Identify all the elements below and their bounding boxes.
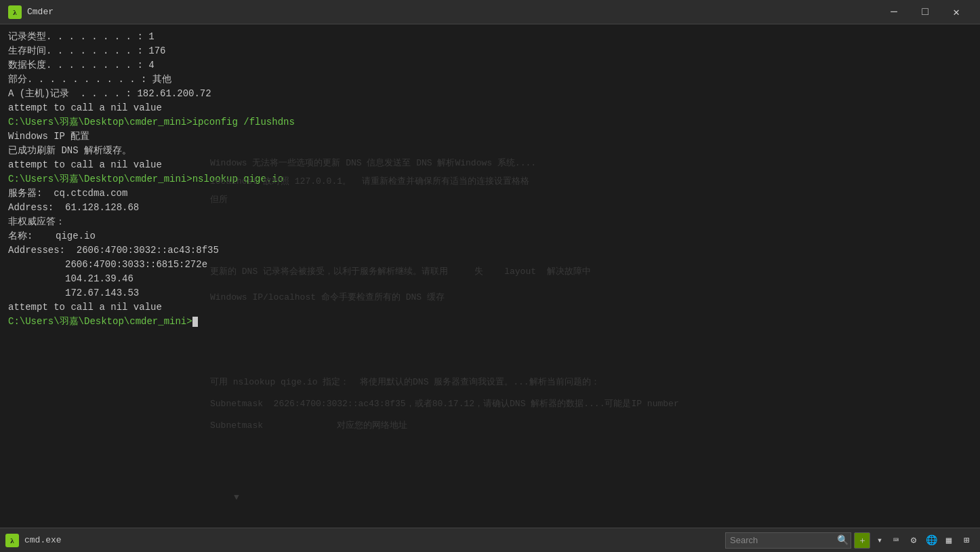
statusbar-label: cmd.exe bbox=[24, 535, 725, 545]
terminal-line: 172.67.143.53 bbox=[8, 286, 972, 300]
terminal-line: Addresses: 2606:4700:3032::ac43:8f35 bbox=[8, 243, 972, 258]
bg-text-8: Subnetmask 对应您的网络地址 bbox=[210, 419, 407, 433]
terminal-line: C:\Users\羽嘉\Desktop\cmder_mini>ipconfig … bbox=[8, 115, 972, 130]
terminal-line: 服务器: cq.ctcdma.com bbox=[8, 186, 972, 201]
terminal-line: 非权威应答： bbox=[8, 215, 972, 229]
cursor-blink bbox=[192, 317, 198, 327]
terminal-line: 2606:4700:3033::6815:272e bbox=[8, 258, 972, 272]
terminal-line: 104.21.39.46 bbox=[8, 272, 972, 286]
terminal-area: Windows 无法将一些选项的更新 DNS 信息发送至 DNS 解析Windo… bbox=[0, 24, 980, 528]
keyboard-icon[interactable]: ⌨ bbox=[888, 532, 904, 549]
terminal-line: attempt to call a nil value bbox=[8, 158, 972, 172]
statusbar: λ cmd.exe 🔍 ＋ ▾ ⌨ ⚙ 🌐 ▦ ⊞ bbox=[0, 528, 980, 552]
statusbar-right-icons: ⌨ ⚙ 🌐 ▦ ⊞ bbox=[888, 532, 975, 549]
search-box[interactable]: 🔍 bbox=[725, 532, 851, 549]
terminal-line: Address: 61.128.128.68 bbox=[8, 201, 972, 215]
terminal-lines: 记录类型. . . . . . . . : 1生存时间. . . . . . .… bbox=[8, 30, 972, 329]
expand-icon[interactable]: ⊞ bbox=[958, 532, 975, 549]
titlebar: λ Cmder ─ □ ✕ bbox=[0, 0, 980, 24]
minimize-button[interactable]: ─ bbox=[878, 0, 910, 24]
terminal-line: attempt to call a nil value bbox=[8, 300, 972, 315]
terminal-line: 生存时间. . . . . . . . : 176 bbox=[8, 44, 972, 58]
statusbar-lambda: λ bbox=[10, 536, 14, 545]
terminal-line: 已成功刷新 DNS 解析缓存。 bbox=[8, 144, 972, 158]
terminal-line: 名称: qige.io bbox=[8, 229, 972, 243]
terminal-line: attempt to call a nil value bbox=[8, 101, 972, 115]
terminal-line: C:\Users\羽嘉\Desktop\cmder_mini>nslookup … bbox=[8, 172, 972, 186]
terminal-line: 数据长度. . . . . . . . : 4 bbox=[8, 58, 972, 73]
settings-icon[interactable]: ⚙ bbox=[905, 532, 922, 549]
terminal-line: 记录类型. . . . . . . . : 1 bbox=[8, 30, 972, 44]
bg-text-7: Subnetmask 2626:4700:3032::ac43:8f35，或者8… bbox=[210, 397, 679, 411]
close-button[interactable]: ✕ bbox=[941, 0, 972, 24]
bg-text-6: 可用 nslookup qige.io 指定： 将使用默认的DNS 服务器查询我… bbox=[210, 376, 600, 389]
titlebar-title: Cmder bbox=[27, 7, 878, 17]
terminal-line: A (主机)记录 . . . . : 182.61.200.72 bbox=[8, 87, 972, 101]
statusbar-icon: λ bbox=[5, 534, 19, 547]
terminal-line: C:\Users\羽嘉\Desktop\cmder_mini> bbox=[8, 315, 972, 329]
layout-icon[interactable]: ▦ bbox=[941, 532, 957, 549]
terminal-line: 部分. . . . . . . . . . : 其他 bbox=[8, 73, 972, 87]
network-icon[interactable]: 🌐 bbox=[923, 532, 939, 549]
titlebar-lambda: λ bbox=[13, 8, 16, 16]
window-controls: ─ □ ✕ bbox=[878, 0, 972, 24]
bg-text-9: ▼ bbox=[234, 491, 239, 505]
terminal-line: Windows IP 配置 bbox=[8, 130, 972, 144]
search-icon[interactable]: 🔍 bbox=[834, 532, 851, 549]
dropdown-button[interactable]: ▾ bbox=[872, 532, 888, 549]
maximize-button[interactable]: □ bbox=[910, 0, 941, 24]
add-tab-button[interactable]: ＋ bbox=[854, 532, 870, 549]
search-input[interactable] bbox=[726, 535, 834, 545]
titlebar-icon: λ bbox=[8, 5, 22, 19]
